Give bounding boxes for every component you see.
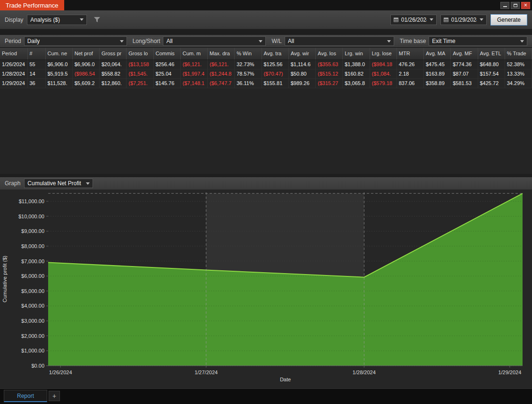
svg-text:$11,000.00: $11,000.00	[19, 198, 44, 204]
close-icon: ×	[524, 2, 527, 8]
table-cell: ($6,747.7	[208, 78, 235, 88]
longshort-select[interactable]: All	[163, 36, 266, 46]
cumulative-profit-chart: $0.00$1,000.00$2,000.00$3,000.00$4,000.0…	[0, 189, 532, 388]
table-cell: $25.04	[153, 69, 180, 78]
column-header[interactable]: Cum. m	[180, 48, 207, 60]
svg-text:1/29/2024: 1/29/2024	[498, 370, 521, 375]
chevron-down-icon	[86, 182, 90, 185]
table-cell: $425.72	[478, 78, 505, 88]
column-header[interactable]: Avg. ETL	[478, 48, 505, 60]
table-cell: 32.73%	[235, 60, 262, 69]
column-header[interactable]: Lrg. win	[343, 48, 370, 60]
add-tab-button[interactable]: +	[49, 391, 60, 401]
titlebar: Trade Performance ×	[0, 0, 532, 10]
table-cell: 36.11%	[235, 78, 262, 88]
generate-button[interactable]: Generate	[490, 14, 527, 26]
column-header[interactable]: MTR	[397, 48, 423, 60]
column-header[interactable]: Cum. ne	[45, 48, 72, 60]
filter-button[interactable]	[91, 14, 103, 26]
chevron-down-icon	[120, 40, 124, 43]
table-cell: 14	[27, 69, 45, 78]
column-header[interactable]: Net prof	[72, 48, 99, 60]
table-cell: $125.56	[262, 60, 288, 69]
column-header[interactable]: Avg. MF	[451, 48, 478, 60]
column-header[interactable]: Avg. wir	[288, 48, 315, 60]
table-cell: ($1,244.8	[208, 69, 235, 78]
table-cell: 13.33%	[505, 69, 532, 78]
table-cell: $256.46	[153, 60, 180, 69]
timebase-select[interactable]: Exit Time	[429, 36, 527, 46]
trade-performance-window: Trade Performance × Display Analysis ($)	[0, 0, 532, 404]
table-cell: ($1,545.	[127, 69, 153, 78]
column-header[interactable]: Avg. los	[316, 48, 343, 60]
display-label: Display	[5, 17, 23, 23]
section-gap	[0, 174, 532, 177]
date-to-picker[interactable]: 01/29/2024	[440, 15, 487, 25]
table-cell: $5,609.2	[72, 78, 99, 88]
table-cell: ($1,997.4	[180, 69, 207, 78]
table-cell: $11,528.	[45, 78, 72, 88]
section-gap	[0, 29, 532, 35]
longshort-label: Long/Short	[133, 38, 160, 44]
table-cell: 1/29/2024	[0, 78, 27, 88]
table-cell: $648.80	[478, 60, 505, 69]
column-header[interactable]: #	[27, 48, 45, 60]
table-cell: $163.89	[424, 69, 451, 78]
chevron-down-icon	[520, 40, 524, 43]
date-to-value: 01/29/2024	[451, 17, 477, 23]
period-label: Period	[5, 38, 21, 44]
column-header[interactable]: Avg. MA	[424, 48, 451, 60]
window-controls: ×	[500, 0, 532, 10]
column-header[interactable]: Period	[0, 48, 27, 60]
table-cell: 78.57%	[235, 69, 262, 78]
table-cell: ($986.54	[72, 69, 99, 78]
performance-table: Period#Cum. neNet profGross prGross loCo…	[0, 48, 532, 88]
column-header[interactable]: % Trade	[505, 48, 532, 60]
table-header-row: Period#Cum. neNet profGross prGross loCo…	[0, 48, 532, 60]
table-cell: $3,065.8	[343, 78, 370, 88]
period-select[interactable]: Daily	[24, 36, 127, 46]
tab-report[interactable]: Report	[4, 390, 47, 402]
graph-type-select[interactable]: Cumulative Net Profit	[24, 179, 93, 188]
column-header[interactable]: Commis	[153, 48, 180, 60]
bottom-tab-bar: Report +	[0, 388, 532, 404]
table-cell: ($7,251.	[127, 78, 153, 88]
svg-text:1/28/2024: 1/28/2024	[353, 370, 376, 375]
table-cell: $358.89	[424, 78, 451, 88]
table-cell: ($1,084.	[370, 69, 397, 78]
wl-select[interactable]: All	[285, 36, 394, 46]
table-row[interactable]: 1/28/202414$5,919.5($986.54$558.82($1,54…	[0, 69, 532, 78]
column-header[interactable]: Lrg. lose	[370, 48, 397, 60]
table-cell: 36	[27, 78, 45, 88]
timebase-label: Time base	[400, 38, 426, 44]
table-cell: $6,906.0	[72, 60, 99, 69]
table-cell: $145.76	[153, 78, 180, 88]
table-cell: ($355.63	[316, 60, 343, 69]
table-cell: 52.38%	[505, 60, 532, 69]
table-cell: $475.45	[424, 60, 451, 69]
svg-text:$6,000.00: $6,000.00	[21, 273, 44, 279]
chevron-down-icon	[259, 40, 262, 43]
maximize-button[interactable]	[511, 2, 520, 9]
funnel-icon	[93, 17, 101, 23]
column-header[interactable]: Avg. tra	[262, 48, 288, 60]
column-header[interactable]: Gross lo	[127, 48, 153, 60]
column-header[interactable]: Gross pr	[100, 48, 127, 60]
display-select[interactable]: Analysis ($)	[27, 15, 87, 25]
close-button[interactable]: ×	[521, 2, 530, 9]
graph-type-value: Cumulative Net Profit	[27, 180, 81, 187]
column-header[interactable]: Max. dra	[208, 48, 235, 60]
table-row[interactable]: 1/29/202436$11,528.$5,609.2$12,860.($7,2…	[0, 78, 532, 88]
wl-select-value: All	[288, 38, 294, 44]
svg-text:$8,000.00: $8,000.00	[21, 243, 44, 249]
svg-text:$10,000.00: $10,000.00	[18, 214, 44, 219]
date-from-picker[interactable]: 01/26/2024	[390, 15, 437, 25]
column-header[interactable]: % Win	[235, 48, 262, 60]
table-cell: $20,064.	[100, 60, 127, 69]
table-row[interactable]: 1/26/202455$6,906.0$6,906.0$20,064.($13,…	[0, 60, 532, 69]
chevron-down-icon	[480, 18, 483, 21]
minimize-button[interactable]	[500, 2, 509, 9]
svg-text:$4,000.00: $4,000.00	[21, 303, 44, 309]
table-cell: ($70.47)	[262, 69, 288, 78]
performance-table-panel: Period#Cum. neNet profGross prGross loCo…	[0, 47, 532, 174]
